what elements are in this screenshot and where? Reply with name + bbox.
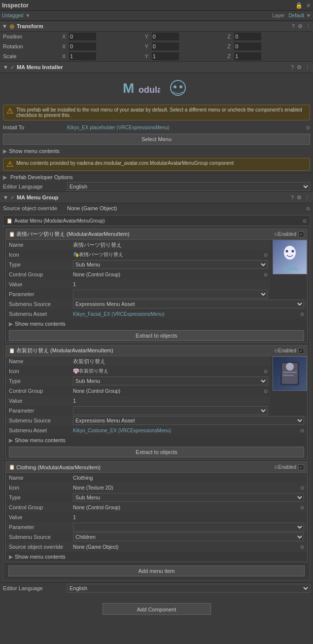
- position-z-input[interactable]: [234, 33, 261, 40]
- item2-type-row: Type Sub Menu: [6, 376, 271, 386]
- item1-submenu-source-row: Submenu Source Expressions Menu Asset: [6, 299, 307, 309]
- item3-value-row: Value 1: [6, 512, 307, 522]
- ma-installer-help-icon[interactable]: ?: [291, 64, 294, 71]
- scale-y-input[interactable]: [152, 52, 179, 60]
- layer-dropdown-icon[interactable]: ▼: [306, 13, 311, 18]
- rotation-x-input[interactable]: [69, 42, 96, 50]
- item1-ctrlgroup-value: None (Control Group): [73, 272, 262, 277]
- item1-type-select[interactable]: Sub Menu: [73, 260, 268, 269]
- item3-ctrlgroup-value: None (Control Group): [73, 505, 298, 510]
- ma-group-more-icon[interactable]: ⋮: [305, 194, 310, 201]
- item2-ctrlgroup-dot[interactable]: ⊙: [264, 388, 268, 394]
- scale-x-input[interactable]: [69, 52, 96, 60]
- ma-installer-settings-icon[interactable]: ⚙: [297, 64, 302, 71]
- transform-chevron[interactable]: ▼: [2, 23, 7, 29]
- menu-item-3-checkbox[interactable]: [298, 464, 304, 470]
- item3-source-override-dot[interactable]: ⊙: [300, 544, 304, 550]
- item3-show-menu-label[interactable]: Show menu contents: [15, 554, 66, 560]
- ma-group-chevron[interactable]: ▼: [3, 194, 8, 200]
- item2-parameter-select[interactable]: [73, 406, 268, 415]
- group-editor-lang-select[interactable]: English: [67, 584, 310, 593]
- item2-extract-button[interactable]: Extract to objects: [9, 447, 304, 457]
- rotation-label: Rotation: [3, 43, 62, 49]
- item2-extract-btn-row: Extract to objects: [6, 445, 307, 459]
- item1-submenu-source-select[interactable]: Expressions Menu Asset: [73, 300, 304, 308]
- installer-editor-lang-select[interactable]: English: [67, 182, 310, 191]
- item1-value-value: 1: [73, 281, 268, 287]
- menu-item-3-title: Clothing (ModularAvatarMenuItem): [16, 464, 272, 470]
- scale-fields: X Y Z: [62, 52, 310, 60]
- item2-show-menu-arrow[interactable]: ▶: [9, 437, 13, 444]
- item1-show-menu-arrow[interactable]: ▶: [9, 321, 13, 327]
- transform-icon: ⊕: [9, 23, 15, 30]
- menu-item-3: 📋 Clothing (ModularAvatarMenuItem) ⊙ Ena…: [5, 461, 308, 562]
- menu-item-3-icon: 📋: [9, 464, 15, 470]
- position-y-input[interactable]: [152, 33, 179, 40]
- rotation-y-input[interactable]: [152, 42, 179, 50]
- install-to-dot-icon[interactable]: ⊙: [306, 125, 310, 130]
- ma-group-settings-icon[interactable]: ⚙: [297, 194, 302, 201]
- add-menu-item-button[interactable]: Add menu item: [8, 566, 305, 576]
- menu-item-1-checkbox[interactable]: [298, 231, 304, 237]
- item1-icon-dot[interactable]: ⊙: [264, 252, 268, 258]
- scale-z-input[interactable]: [234, 52, 261, 60]
- ma-logo-svg: M odular: [121, 78, 160, 98]
- item2-value-value: 1: [73, 398, 268, 404]
- menu-item-1-enabled-label: Enabled: [278, 231, 296, 237]
- item3-parameter-select[interactable]: [73, 523, 304, 531]
- item3-icon-dot[interactable]: ⊙: [300, 485, 304, 491]
- show-menu-contents-label[interactable]: Show menu contents: [9, 148, 60, 154]
- item3-type-select[interactable]: Sub Menu: [73, 493, 304, 502]
- item1-submenu-asset-dot[interactable]: ⊙: [300, 311, 304, 317]
- ma-installer-checkbox-icon[interactable]: ✓: [10, 64, 15, 71]
- menu-item-2-dot[interactable]: ⊙: [274, 348, 278, 353]
- item3-ctrlgroup-label: Control Group: [9, 504, 73, 510]
- lock-icon[interactable]: 🔒: [294, 2, 304, 9]
- item3-submenu-source-select[interactable]: Children: [73, 532, 304, 541]
- ma-group-checkbox-icon[interactable]: ✓: [10, 194, 15, 201]
- svg-point-3: [174, 85, 176, 88]
- transform-settings-icon[interactable]: ⚙: [298, 23, 303, 30]
- inspector-header: Inspector 🔒 ≡: [0, 0, 313, 11]
- item2-submenu-source-label: Submenu Source: [9, 417, 73, 423]
- item1-show-menu-label[interactable]: Show menu contents: [15, 321, 66, 327]
- menu-item-1-dot[interactable]: ⊙: [274, 231, 278, 237]
- item2-submenu-source-select[interactable]: Expressions Menu Asset: [73, 416, 304, 425]
- select-menu-button[interactable]: Select Menu: [3, 134, 310, 145]
- transform-help-icon[interactable]: ?: [292, 23, 295, 30]
- item3-icon-value: None (Texture 2D): [73, 485, 298, 491]
- prefab-dev-options-row[interactable]: ▶ Prefab Developer Options: [0, 173, 313, 182]
- rotation-z-input[interactable]: [234, 42, 261, 50]
- menu-icon[interactable]: ≡: [306, 2, 311, 9]
- menu-item-3-enabled: Enabled: [278, 464, 304, 470]
- transform-header: ▼ ⊕ Transform ? ⚙ ⋮: [0, 21, 313, 32]
- item2-icon-dot[interactable]: ⊙: [264, 369, 268, 374]
- ma-installer-more-icon[interactable]: ⋮: [305, 64, 310, 71]
- item1-parameter-select[interactable]: [73, 290, 268, 299]
- item1-extract-button[interactable]: Extract to objects: [9, 330, 304, 341]
- item2-type-select[interactable]: Sub Menu: [73, 377, 268, 385]
- item1-icon-label: Icon: [9, 252, 73, 258]
- rotation-x-axis: X: [62, 43, 69, 49]
- avatar-menu-dot-icon[interactable]: ⊙: [303, 218, 307, 224]
- item2-submenu-asset-dot[interactable]: ⊙: [300, 428, 304, 433]
- tag-dropdown-icon[interactable]: ▼: [25, 13, 30, 18]
- item3-ctrlgroup-dot[interactable]: ⊙: [300, 505, 304, 510]
- item3-icon-label: Icon: [9, 485, 73, 491]
- menu-item-3-dot[interactable]: ⊙: [274, 464, 278, 470]
- position-x-input[interactable]: [69, 33, 96, 40]
- item3-show-menu-arrow[interactable]: ▶: [9, 554, 13, 560]
- ma-installer-chevron[interactable]: ▼: [3, 64, 8, 70]
- menu-item-2-checkbox[interactable]: [298, 348, 304, 354]
- item2-show-menu-label[interactable]: Show menu contents: [15, 437, 66, 443]
- add-component-button[interactable]: Add Component: [103, 603, 211, 615]
- item2-ctrlgroup-label: Control Group: [9, 388, 73, 394]
- item1-ctrlgroup-dot[interactable]: ⊙: [264, 272, 268, 277]
- transform-more-icon[interactable]: ⋮: [306, 23, 311, 30]
- item3-name-value: Clothing: [73, 475, 304, 481]
- item3-value-value: 1: [73, 514, 304, 520]
- menu-group-area: 📋 表情パーツ切り替え (ModularAvatarMenuItem) ⊙ En…: [3, 226, 310, 580]
- ma-group-help-icon[interactable]: ?: [291, 194, 294, 201]
- group-source-override-dot-icon[interactable]: ⊙: [306, 206, 310, 211]
- show-menu-arrow-icon[interactable]: ▶: [3, 148, 7, 154]
